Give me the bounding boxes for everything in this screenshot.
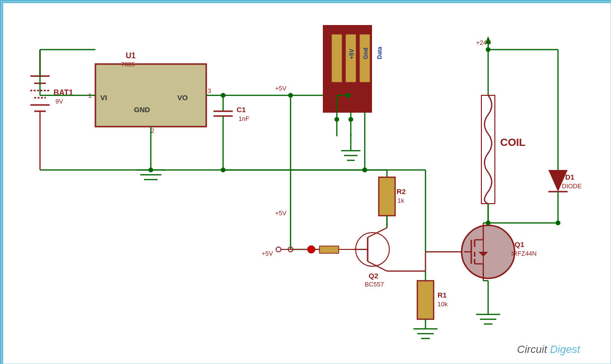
svg-rect-69 — [379, 177, 395, 216]
svg-text:Q2: Q2 — [369, 272, 378, 280]
svg-text:Gnd: Gnd — [362, 48, 369, 59]
svg-text:3: 3 — [208, 87, 211, 94]
svg-point-141 — [556, 221, 560, 225]
svg-text:C1: C1 — [237, 105, 246, 114]
svg-text:Circuit
      Digest: Circuit Digest — [517, 343, 581, 355]
svg-rect-14 — [95, 64, 206, 127]
svg-point-134 — [486, 47, 491, 52]
svg-text:Q1: Q1 — [515, 240, 524, 248]
svg-text:BC557: BC557 — [365, 281, 384, 288]
svg-text:U1: U1 — [126, 52, 136, 60]
svg-text:+5V: +5V — [262, 250, 273, 257]
circuit-diagram: BAT1 9V U1 7805 VI VO GND 1 2 — [0, 0, 611, 364]
svg-text:+5V: +5V — [348, 49, 355, 59]
svg-point-57 — [348, 117, 353, 122]
svg-text:1k: 1k — [398, 197, 404, 204]
svg-point-87 — [307, 246, 315, 253]
svg-text:COIL: COIL — [500, 136, 526, 148]
svg-text:D1: D1 — [565, 173, 574, 181]
svg-text:VI: VI — [100, 93, 107, 102]
svg-point-60 — [346, 93, 351, 98]
svg-text:IRFZ44N: IRFZ44N — [511, 250, 537, 257]
svg-text:+5V: +5V — [275, 85, 287, 92]
svg-point-37 — [221, 93, 226, 98]
svg-text:VO: VO — [177, 93, 188, 102]
svg-text:7805: 7805 — [121, 61, 135, 68]
svg-text:GND: GND — [134, 105, 150, 114]
svg-text:R1: R1 — [438, 291, 447, 299]
svg-text:+5V: +5V — [275, 209, 287, 217]
svg-text:DIODE: DIODE — [562, 182, 582, 190]
svg-text:9V: 9V — [55, 98, 63, 105]
svg-point-140 — [486, 221, 491, 225]
svg-rect-89 — [319, 246, 339, 253]
svg-text:1: 1 — [88, 92, 92, 99]
svg-text:1nF: 1nF — [239, 115, 249, 122]
svg-rect-48 — [332, 34, 342, 82]
svg-text:2: 2 — [151, 127, 154, 134]
svg-rect-1 — [2, 2, 611, 364]
svg-text:R2: R2 — [397, 187, 406, 195]
svg-text:Data: Data — [376, 47, 383, 59]
svg-rect-118 — [417, 281, 434, 319]
svg-text:10k: 10k — [438, 300, 448, 308]
svg-point-56 — [334, 117, 339, 122]
